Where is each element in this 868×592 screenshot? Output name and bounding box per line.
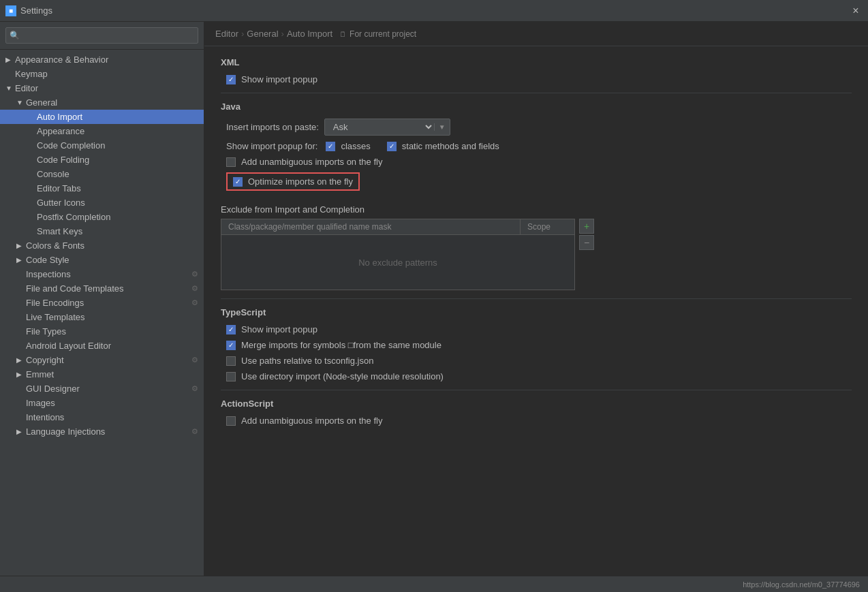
java-classes-checkbox[interactable] [326,142,335,151]
sidebar-item-copyright[interactable]: ▶ Copyright ⚙ [0,353,204,367]
sidebar-item-gui-designer[interactable]: GUI Designer ⚙ [0,381,204,396]
arrow-icon: ▶ [16,356,23,364]
sidebar-item-keymap[interactable]: Keymap [0,67,204,81]
sidebar-item-console[interactable]: Console [0,167,204,181]
status-bar: https://blog.csdn.net/m0_37774696 [0,576,868,592]
ts-use-paths-checkbox[interactable] [226,356,236,366]
search-input[interactable] [5,27,198,44]
sidebar-item-file-types[interactable]: File Types [0,324,204,339]
ts-merge-imports-checkbox[interactable] [226,341,236,350]
xml-show-import-popup-checkbox[interactable] [226,75,236,84]
sidebar-item-label: Postfix Completion [37,212,110,222]
sidebar-item-label: Appearance & Behavior [15,54,108,65]
insert-imports-select-wrapper[interactable]: Ask Always Never ▼ [324,119,450,136]
content-area: Editor › General › Auto Import 🗒 For cur… [204,22,868,576]
divider-3 [221,390,852,390]
settings-icon: ⚙ [191,427,198,436]
as-add-unambiguous-checkbox[interactable] [226,416,236,426]
sidebar-item-intentions[interactable]: Intentions [0,410,204,424]
add-unambiguous-checkbox[interactable] [226,157,236,167]
arrow-icon: ▶ [16,371,23,378]
sidebar-item-label: Console [37,169,69,179]
insert-imports-select[interactable]: Ask Always Never [325,119,434,135]
sidebar-item-gutter-icons[interactable]: Gutter Icons [0,196,204,210]
no-patterns-text: No exclude patterns [358,258,437,268]
sidebar-item-label: Copyright [26,355,64,365]
sidebar-item-smart-keys[interactable]: Smart Keys [0,224,204,238]
sidebar-item-label: General [26,97,57,108]
search-icon: 🔍 [10,31,20,40]
title-bar-left: ■ Settings [5,5,52,16]
sidebar-item-label: File Types [26,326,66,337]
breadcrumb-auto-import: Auto Import [287,29,332,39]
java-static-checkbox[interactable] [387,142,397,151]
sidebar-item-general[interactable]: ▼ General [0,95,204,110]
close-button[interactable]: × [849,4,863,18]
optimize-imports-checkbox[interactable] [233,177,243,187]
sidebar-item-label: GUI Designer [26,384,80,394]
sidebar-item-appearance-behavior[interactable]: ▶ Appearance & Behavior [0,52,204,67]
sidebar-item-label: Smart Keys [37,226,82,236]
java-classes-label: classes [341,141,370,151]
settings-icon: ⚙ [191,298,198,307]
xml-show-import-popup-row: Show import popup [221,74,852,84]
insert-imports-row: Insert imports on paste: Ask Always Neve… [221,119,852,136]
sidebar-item-auto-import[interactable]: Auto Import [0,110,204,124]
java-static-label: static methods and fields [402,141,499,151]
sidebar-item-file-and-code-templates[interactable]: File and Code Templates ⚙ [0,281,204,296]
ts-use-directory-label: Use directory import (Node-style module … [241,371,444,381]
remove-pattern-button[interactable]: − [579,235,594,250]
title-bar: ■ Settings × [0,0,868,22]
add-unambiguous-label: Add unambiguous imports on the fly [241,157,382,167]
divider-2 [221,298,852,299]
breadcrumb-editor: Editor [215,29,238,39]
sidebar-item-appearance[interactable]: Appearance [0,124,204,138]
sidebar-item-code-folding[interactable]: Code Folding [0,153,204,167]
arrow-icon: ▶ [16,428,23,435]
dropdown-arrow-icon: ▼ [434,123,450,131]
sidebar-item-android-layout-editor[interactable]: Android Layout Editor [0,339,204,353]
sidebar-item-code-completion[interactable]: Code Completion [0,138,204,153]
sidebar-item-label: Emmet [26,369,54,379]
xml-show-import-popup-label: Show import popup [241,74,317,84]
settings-icon: ⚙ [191,284,198,293]
col-name-mask: Class/package/member qualified name mask [221,219,520,234]
status-url: https://blog.csdn.net/m0_37774696 [743,580,860,589]
sidebar-item-label: Colors & Fonts [26,240,84,251]
sidebar-item-emmet[interactable]: ▶ Emmet [0,367,204,381]
sidebar-item-label: Images [26,398,55,408]
java-classes-group: classes [326,141,370,151]
sidebar-item-code-style[interactable]: ▶ Code Style [0,253,204,267]
breadcrumb: Editor › General › Auto Import 🗒 For cur… [204,22,868,46]
arrow-icon: ▶ [5,56,12,63]
sidebar-item-inspections[interactable]: Inspections ⚙ [0,267,204,281]
sidebar-item-editor-tabs[interactable]: Editor Tabs [0,181,204,196]
window-title: Settings [20,5,52,16]
arrow-icon: ▶ [16,256,23,264]
sidebar-item-editor[interactable]: ▼ Editor [0,81,204,95]
sidebar-item-language-injections[interactable]: ▶ Language Injections ⚙ [0,424,204,439]
divider-1 [221,93,852,93]
add-pattern-button[interactable]: + [579,219,594,234]
ts-use-directory-checkbox[interactable] [226,372,236,381]
typescript-section-label: TypeScript [221,307,852,317]
sidebar-item-label: Keymap [15,69,48,79]
sidebar-item-label: Inspections [26,269,71,279]
sidebar-item-label: Appearance [37,126,84,136]
sidebar-item-label: Android Layout Editor [26,341,111,351]
ts-show-import-popup-row: Show import popup [221,324,852,334]
sidebar-item-colors-fonts[interactable]: ▶ Colors & Fonts [0,238,204,253]
java-static-group: static methods and fields [387,141,499,151]
sidebar-item-postfix-completion[interactable]: Postfix Completion [0,210,204,224]
breadcrumb-general: General [247,29,278,39]
exclude-table: Class/package/member qualified name mask… [221,219,575,290]
settings-icon: ⚙ [191,356,198,364]
sidebar-item-file-encodings[interactable]: File Encodings ⚙ [0,296,204,310]
app-icon: ■ [5,5,16,16]
sidebar-item-images[interactable]: Images [0,396,204,410]
ts-show-import-popup-checkbox[interactable] [226,325,236,334]
exclude-table-body: No exclude patterns [221,235,574,290]
breadcrumb-note: For current project [350,29,416,39]
search-wrapper: 🔍 [5,27,198,44]
sidebar-item-live-templates[interactable]: Live Templates [0,310,204,324]
